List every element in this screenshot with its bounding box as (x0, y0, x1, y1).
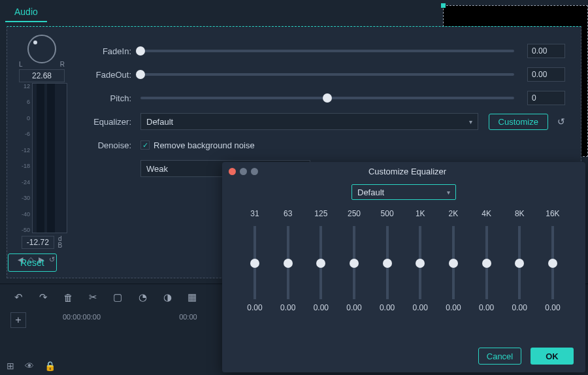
undo-icon[interactable]: ↶ (13, 291, 24, 303)
speed-icon[interactable]: ◔ (137, 291, 148, 303)
eq-slider-2k[interactable] (452, 226, 455, 299)
timecode: 00:00:00:00 (63, 313, 101, 321)
chevron-down-icon: ▾ (447, 189, 450, 196)
pan-right-label: R (60, 61, 65, 68)
level-meter: 12 6 0 -6 -12 -18 -24 -30 -40 -50 (16, 83, 67, 233)
denoise-strength-value: Weak (146, 164, 168, 174)
eq-band-2k: 2K0.00 (440, 209, 466, 315)
fadeout-value[interactable]: 0.00 (527, 67, 565, 82)
equalizer-select-value: Default (146, 117, 173, 127)
eq-preset-select[interactable]: Default ▾ (351, 184, 456, 200)
eq-band-250: 2500.00 (341, 209, 367, 315)
eq-band-8k: 8K0.00 (506, 209, 532, 315)
fadein-label: FadeIn: (84, 46, 131, 56)
reset-button[interactable]: Reset (8, 253, 57, 272)
eq-slider-8k[interactable] (518, 226, 521, 299)
maximize-icon[interactable] (251, 168, 258, 175)
meter-scale: 12 6 0 -6 -12 -18 -24 -30 -40 -50 (16, 83, 32, 233)
denoise-check-text: Remove background noise (154, 140, 255, 150)
eq-slider-500[interactable] (386, 226, 389, 299)
chevron-down-icon: ▾ (469, 118, 472, 125)
color-icon[interactable]: ◑ (162, 291, 172, 303)
pitch-slider[interactable] (140, 97, 514, 99)
eq-slider-16k[interactable] (551, 226, 554, 299)
meter-value[interactable]: -12.72 (22, 236, 54, 249)
denoise-checkbox[interactable]: ✓ (140, 140, 150, 150)
visibility-icon[interactable]: 👁 (25, 361, 34, 371)
timecode: 00:00 (179, 313, 197, 321)
eq-slider-31[interactable] (253, 226, 256, 299)
eq-band-31: 310.00 (242, 209, 268, 315)
reset-eq-icon[interactable]: ↺ (557, 116, 565, 127)
pitch-value[interactable]: 0 (527, 91, 565, 105)
cut-icon[interactable]: ✂ (88, 291, 98, 303)
filmstrip-icon[interactable]: ⊞ (7, 361, 14, 371)
ok-button[interactable]: OK (531, 348, 574, 365)
eq-slider-4k[interactable] (485, 226, 488, 299)
more-icon[interactable]: ▦ (187, 291, 197, 303)
eq-band-16k: 16K0.00 (540, 209, 566, 315)
track-icons: ⊞ 👁 🔒 (7, 361, 56, 371)
eq-band-125: 1250.00 (308, 209, 334, 315)
fadeout-label: FadeOut: (84, 70, 131, 80)
eq-slider-125[interactable] (319, 226, 322, 299)
eq-slider-1k[interactable] (419, 226, 421, 299)
eq-slider-63[interactable] (287, 226, 289, 299)
denoise-label: Denoise: (84, 140, 131, 150)
redo-icon[interactable]: ↷ (38, 291, 48, 303)
eq-band-63: 630.00 (275, 209, 301, 315)
equalizer-modal: Customize Equalizer Default ▾ 310.00 630… (222, 162, 585, 372)
fadeout-slider[interactable] (140, 73, 514, 76)
fadein-slider[interactable] (140, 50, 514, 52)
cancel-button[interactable]: Cancel (478, 348, 521, 365)
add-track-button[interactable]: + (10, 312, 26, 328)
pan-knob-group: L R 22.68 (19, 35, 65, 82)
equalizer-select[interactable]: Default ▾ (140, 113, 478, 130)
lock-icon[interactable]: 🔒 (44, 361, 56, 371)
tab-audio[interactable]: Audio (5, 3, 47, 22)
eq-preset-value: Default (357, 188, 384, 197)
delete-icon[interactable]: 🗑 (63, 292, 73, 303)
eq-slider-250[interactable] (353, 226, 355, 299)
pan-left-label: L (19, 61, 23, 68)
modal-title: Customize Equalizer (262, 167, 553, 176)
meter-bars (32, 83, 67, 233)
pan-knob[interactable] (27, 35, 56, 63)
equalizer-label: Equalizer: (84, 117, 131, 127)
eq-band-1k: 1K0.00 (407, 209, 433, 315)
minimize-icon[interactable] (240, 168, 247, 175)
meter-unit: dB (57, 236, 62, 249)
customize-button[interactable]: Customize (489, 114, 548, 130)
fadein-value[interactable]: 0.00 (527, 44, 565, 58)
eq-band-4k: 4K0.00 (474, 209, 500, 315)
eq-bands: 310.00 630.00 1250.00 2500.00 5000.00 1K… (242, 209, 566, 315)
close-icon[interactable] (229, 168, 236, 175)
pitch-label: Pitch: (84, 93, 131, 103)
resize-handle-icon[interactable] (441, 3, 446, 8)
modal-titlebar[interactable]: Customize Equalizer (222, 162, 585, 180)
pan-value[interactable]: 22.68 (19, 69, 65, 82)
eq-band-500: 5000.00 (374, 209, 400, 315)
crop-icon[interactable]: ▢ (112, 291, 123, 303)
